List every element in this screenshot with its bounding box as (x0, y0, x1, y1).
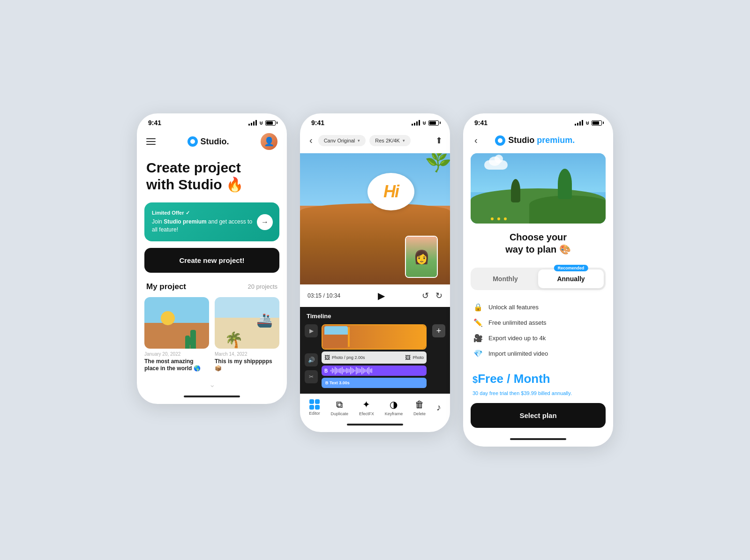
duplicate-icon: ⧉ (336, 399, 343, 410)
trial-text: 30 day free trial then $39.99 billed ann… (463, 389, 613, 403)
battery-icon-phone2 (428, 120, 439, 126)
undo-button[interactable]: ↺ (422, 291, 429, 301)
keyframe-tool[interactable]: ◑ Keyframe (385, 399, 403, 416)
flowers-decoration (491, 217, 507, 220)
premium-logo-text: Studio premium. (508, 135, 575, 145)
back-button-phone3[interactable]: ‹ (472, 133, 480, 148)
audio-layers: 🖼 Photo / png 2.00s 🖼 Photo B (322, 351, 427, 388)
billing-toggle: Monthly Recomended Annually (471, 268, 606, 290)
project-card-1[interactable]: January 20, 2022 The most amazing place … (144, 297, 209, 373)
track-controls: ▶ 🔊 ✂ (305, 324, 318, 383)
format-selector[interactable]: Canv Original ▾ (318, 135, 366, 146)
timeline-tracks: ▶ 🔊 ✂ (305, 324, 445, 388)
select-plan-button[interactable]: Select plan (471, 403, 606, 428)
signal-icon-phone3 (575, 120, 583, 126)
feature-text-2: Free unlimited assets (488, 319, 547, 326)
feature-text-4: Import unlimited video (488, 350, 548, 357)
ocean-illustration: 🚢 🌴 (215, 297, 279, 349)
features-list: 🔒 Unlock all features ✏️ Free unlimited … (463, 298, 613, 368)
project-thumb-1 (144, 297, 209, 349)
promo-banner[interactable]: Limited Offer ✓ Join Studio premium and … (144, 202, 279, 241)
diamond-emoji: 💎 (472, 349, 484, 358)
status-bar-phone1: 9:41 ⊍ (137, 113, 287, 129)
effectfx-icon: ✦ (362, 399, 370, 410)
battery-icon-phone1 (265, 120, 276, 126)
promo-text: Join Studio premium and get access to al… (152, 218, 256, 234)
landscape-illustration (471, 153, 606, 224)
project-name-2: This is my shippppps 📦 (215, 358, 279, 373)
speech-bubble: Hi (368, 173, 414, 210)
current-time: 03:15 / 10:34 (308, 292, 340, 299)
clouds-decoration (484, 160, 508, 170)
editor-tool[interactable]: Editor (309, 399, 320, 416)
scroll-indicator: ⌄ (137, 373, 287, 393)
choose-plan-heading: Choose your way to plan 🎨 (472, 231, 604, 255)
audio-track[interactable]: B (322, 366, 427, 376)
track-ctrl-3[interactable]: ✂ (305, 370, 318, 383)
audio-waveform (330, 367, 424, 374)
phones-container: 9:41 ⊍ Studio. 👤 (137, 85, 613, 474)
resolution-selector[interactable]: Res 2K/4K ▾ (369, 135, 411, 146)
status-bar-phone3: 9:41 ⊍ (463, 113, 613, 129)
track-ctrl-1[interactable]: ▶ (305, 324, 318, 337)
create-project-heading: Create project with Studio 🔥 (146, 159, 278, 193)
feature-item-3: 🎥 Export video up to 4k (472, 330, 604, 346)
music-button[interactable]: ♪ (436, 402, 441, 413)
status-icons-phone1: ⊍ (248, 120, 276, 126)
feature-text-3: Export video up to 4k (488, 335, 546, 342)
annually-option[interactable]: Recomended Annually (538, 269, 604, 288)
phone1-header: Studio. 👤 (137, 129, 287, 156)
delete-tool[interactable]: 🗑 Delete (413, 399, 426, 416)
editor-toolbar: ‹ Canv Original ▾ Res 2K/4K ▾ ⬆ (300, 129, 450, 153)
share-button[interactable]: ⬆ (435, 135, 442, 146)
flower-2 (497, 217, 500, 220)
text-track[interactable]: B Text 3.00s (322, 378, 427, 388)
redo-button[interactable]: ↻ (435, 291, 442, 301)
video-character: 👩 (405, 236, 438, 278)
project-card-2[interactable]: 🚢 🌴 March 14, 2022 This is my shippppps … (215, 297, 279, 373)
add-track-button[interactable]: + (432, 324, 445, 337)
duplicate-tool[interactable]: ⧉ Duplicate (331, 399, 349, 416)
effectfx-tool[interactable]: ✦ EfectFX (359, 399, 374, 416)
lock-emoji: 🔒 (472, 303, 484, 312)
time-phone1: 9:41 (148, 119, 161, 127)
phone-3: 9:41 ⊍ ‹ Studio premium. (463, 113, 613, 446)
avatar[interactable]: 👤 (261, 133, 278, 150)
monthly-option[interactable]: Monthly (472, 269, 538, 288)
phone-1: 9:41 ⊍ Studio. 👤 (137, 113, 287, 404)
time-phone2: 9:41 (311, 119, 324, 127)
promo-arrow-button[interactable]: → (257, 214, 273, 230)
format-chevron-icon: ▾ (358, 138, 360, 143)
video-track[interactable] (322, 324, 427, 350)
delete-icon: 🗑 (415, 399, 424, 410)
cactus-2 (185, 336, 190, 349)
create-new-project-button[interactable]: Create new project! (144, 248, 279, 273)
feature-item-2: ✏️ Free unlimited assets (472, 315, 604, 330)
bottom-toolbar: Editor ⧉ Duplicate ✦ EfectFX ◑ Keyframe … (300, 394, 450, 421)
price-section: $Free / Month (463, 368, 613, 389)
home-indicator-phone1 (137, 393, 287, 404)
track-ctrl-2[interactable]: 🔊 (305, 353, 318, 366)
my-projects-title: My project (146, 282, 186, 291)
effectfx-label: EfectFX (359, 411, 374, 416)
video-preview: 🌿 Hi 👩 (300, 153, 450, 284)
signal-icon-phone2 (412, 120, 420, 126)
signal-icon-phone1 (248, 120, 257, 126)
feature-item-4: 💎 Import unlimited video (472, 346, 604, 361)
editor-grid-icon (309, 399, 320, 410)
back-button-phone2[interactable]: ‹ (308, 133, 315, 148)
project-name-1: The most amazing place in the world 🌎 (144, 358, 209, 373)
video-track-inner (322, 325, 426, 349)
price-amount: Free (478, 372, 503, 386)
status-bar-phone2: 9:41 ⊍ (300, 113, 450, 129)
hero-landscape-image (471, 153, 606, 224)
photo-track-1[interactable]: 🖼 Photo / png 2.00s 🖼 Photo (322, 351, 427, 364)
projects-grid: January 20, 2022 The most amazing place … (137, 297, 287, 373)
premium-logo-dot (495, 135, 505, 146)
play-button[interactable]: ▶ (378, 290, 385, 301)
hamburger-menu-icon[interactable] (146, 138, 156, 145)
pencil-emoji: ✏️ (472, 318, 484, 327)
desert-illustration (144, 297, 209, 349)
camera-emoji: 🎥 (472, 334, 484, 343)
project-thumb-2: 🚢 🌴 (215, 297, 279, 349)
